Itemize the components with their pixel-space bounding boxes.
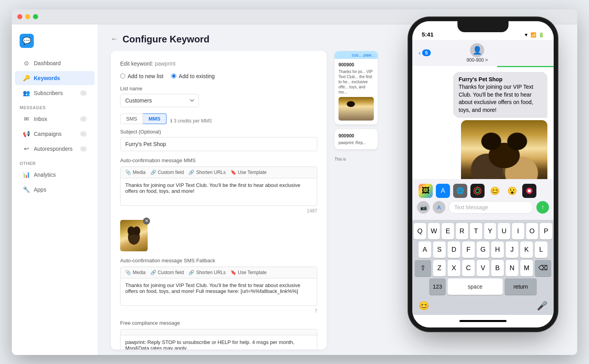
key-m[interactable]: M <box>520 260 533 276</box>
app-body: 💬 ⊙ Dashboard 🔑 Keywords 👥 Subscribers ·… <box>12 24 577 355</box>
messages-area: Furry's Pet Shop Thanks for joining our … <box>412 67 554 179</box>
radio-existing-label: Add to existing <box>179 73 215 79</box>
key-q[interactable]: Q <box>414 223 426 240</box>
send-button[interactable]: ↑ <box>536 201 549 214</box>
analytics-icon: 📊 <box>23 171 30 178</box>
sms-media-btn[interactable]: 📎 Media <box>125 270 146 275</box>
radio-existing[interactable]: Add to existing <box>171 73 215 79</box>
keyboard-row-4: 123 space return <box>414 278 552 295</box>
apps-button[interactable]: A <box>433 201 445 214</box>
mms-message-textarea[interactable]: Thanks for joining our VIP Text Club. Yo… <box>120 178 317 206</box>
memoji-icon[interactable]: 😊 <box>488 184 502 198</box>
activity-app-icon[interactable] <box>470 184 485 198</box>
mms-shorten-urls-btn[interactable]: 🔗 Shorten URLs <box>188 170 225 175</box>
key-v[interactable]: V <box>477 260 489 276</box>
key-e[interactable]: E <box>442 223 454 240</box>
sms-use-template-btn[interactable]: 🔖 Use Template <box>230 270 267 275</box>
space-key[interactable]: space <box>448 278 503 295</box>
attachment-icon: 📎 <box>125 170 131 175</box>
key-s[interactable]: S <box>433 241 446 258</box>
key-o[interactable]: O <box>526 223 538 240</box>
key-k[interactable]: K <box>520 241 533 258</box>
sidebar-item-campaigns[interactable]: 📢 Campaigns · <box>15 127 95 141</box>
key-t[interactable]: T <box>470 223 482 240</box>
numbers-key[interactable]: 123 <box>429 278 446 295</box>
shift-key[interactable]: ⇧ <box>415 260 431 276</box>
list-name-select[interactable]: Customers Subscribers VIP List <box>120 94 199 107</box>
dark-app-icon[interactable] <box>522 184 536 198</box>
emoji2-icon[interactable]: 😮 <box>505 184 519 198</box>
sms-shorten-urls-btn[interactable]: 🔗 Shorten URLs <box>188 270 225 275</box>
key-x[interactable]: X <box>448 260 460 276</box>
list-name-label: List name <box>120 86 317 91</box>
close-button[interactable] <box>17 14 22 19</box>
sidebar-item-label: Autoresponders <box>34 146 73 152</box>
key-r[interactable]: R <box>456 223 468 240</box>
emoji-button[interactable]: 😊 <box>419 301 429 311</box>
key-l[interactable]: L <box>535 241 547 258</box>
key-w[interactable]: W <box>428 223 440 240</box>
key-y[interactable]: Y <box>484 223 496 240</box>
camera-button[interactable]: 📷 <box>417 201 430 214</box>
sidebar-item-label: Campaigns <box>34 131 62 137</box>
apps-icon: 🔧 <box>23 186 30 193</box>
compliance-title: Free compliance message <box>120 320 317 326</box>
sidebar-item-label: Subscribers <box>34 90 63 96</box>
sidebar-item-apps[interactable]: 🔧 Apps <box>15 183 95 197</box>
sms-custom-field-btn[interactable]: 🔗 Custom field <box>150 270 184 275</box>
fullscreen-button[interactable] <box>33 14 38 19</box>
mms-media-btn[interactable]: 📎 Media <box>125 170 146 175</box>
sidebar-item-autoresponders[interactable]: ↩ Autoresponders · <box>15 142 95 156</box>
back-button[interactable]: ← <box>111 35 118 43</box>
key-z[interactable]: Z <box>433 260 446 276</box>
credits-info: ℹ 3 credits per MMS <box>170 118 212 124</box>
subject-group: Subject (Optional) <box>120 129 317 151</box>
key-p[interactable]: P <box>540 223 552 240</box>
radio-new-list[interactable]: Add to new list <box>120 73 163 79</box>
sidebar-item-subscribers[interactable]: 👥 Subscribers · <box>15 86 95 100</box>
radio-new-list-input[interactable] <box>120 73 125 79</box>
delete-key[interactable]: ⌫ <box>535 260 551 276</box>
minimize-button[interactable] <box>25 14 30 19</box>
remove-image-button[interactable]: ✕ <box>143 218 150 225</box>
subject-input[interactable] <box>120 137 317 151</box>
image-preview <box>120 220 148 251</box>
sidebar-item-analytics[interactable]: 📊 Analytics <box>15 168 95 182</box>
sidebar-logo: 💬 <box>12 31 98 56</box>
sms-mms-tabs: SMS MMS <box>120 113 166 124</box>
key-j[interactable]: J <box>506 241 518 258</box>
key-u[interactable]: U <box>498 223 510 240</box>
mms-tab[interactable]: MMS <box>143 113 166 124</box>
sms-message-textarea[interactable]: Thanks for joining our VIP Text Club. Yo… <box>120 278 317 306</box>
sidebar-item-label: Keywords <box>34 75 60 81</box>
key-c[interactable]: C <box>462 260 475 276</box>
key-n[interactable]: N <box>506 260 518 276</box>
sidebar-item-inbox[interactable]: ✉ Inbox · <box>15 112 95 126</box>
key-g[interactable]: G <box>477 241 489 258</box>
preview-bottom-text: This is <box>335 157 378 161</box>
search-app-icon[interactable]: 🌐 <box>453 184 467 198</box>
message-bubble-sent: Furry's Pet Shop Thanks for joining our … <box>419 72 547 179</box>
link-icon: 🔗 <box>188 170 194 175</box>
photos-app-icon[interactable]: 🖼 <box>419 184 433 198</box>
sms-tab[interactable]: SMS <box>120 113 143 124</box>
compliance-textarea[interactable]: pawprint: Reply STOP to unsubscribe or H… <box>120 335 317 349</box>
mic-button[interactable]: 🎤 <box>537 301 547 311</box>
radio-existing-input[interactable] <box>171 73 176 79</box>
mms-message-group: Auto-confirmation message MMS 📎 Media 🔗 … <box>120 157 317 214</box>
appstore-icon[interactable]: A <box>436 184 450 198</box>
key-b[interactable]: B <box>491 260 504 276</box>
key-i[interactable]: I <box>512 223 524 240</box>
return-key[interactable]: return <box>505 278 537 295</box>
subscribers-icon: 👥 <box>23 90 30 97</box>
sidebar-item-keywords[interactable]: 🔑 Keywords <box>15 71 95 85</box>
mms-custom-field-btn[interactable]: 🔗 Custom field <box>150 170 184 175</box>
mms-use-template-btn[interactable]: 🔖 Use Template <box>230 170 267 175</box>
key-f[interactable]: F <box>462 241 475 258</box>
sidebar-item-dashboard[interactable]: ⊙ Dashboard <box>15 56 95 70</box>
key-a[interactable]: A <box>419 241 431 258</box>
key-h[interactable]: H <box>491 241 504 258</box>
key-d[interactable]: D <box>448 241 460 258</box>
messages-back-button[interactable]: ‹ 5 <box>419 49 431 57</box>
text-message-input[interactable]: Text Message <box>448 201 533 214</box>
